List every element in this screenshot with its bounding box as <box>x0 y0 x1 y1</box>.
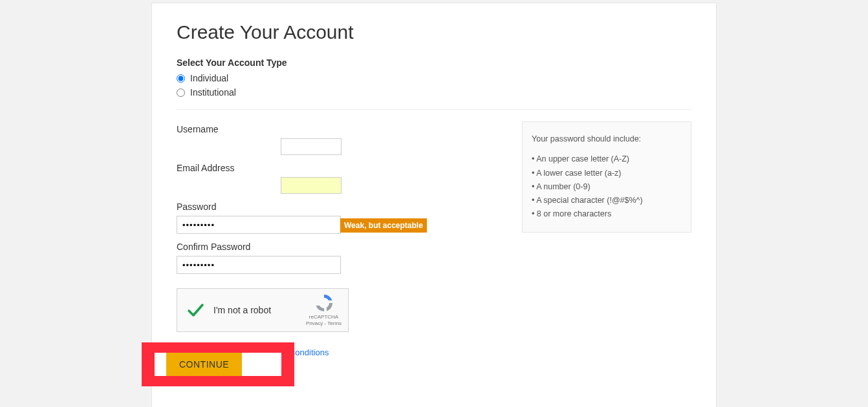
radio-individual-input[interactable] <box>177 74 185 83</box>
username-label: Username <box>177 124 513 134</box>
recaptcha-label: I'm not a robot <box>213 305 271 315</box>
radio-institutional[interactable]: Institutional <box>177 87 691 98</box>
page-title: Create Your Account <box>177 21 691 43</box>
email-input[interactable] <box>281 177 342 194</box>
username-input[interactable] <box>281 138 342 155</box>
account-type-label: Select Your Account Type <box>177 57 691 68</box>
radio-institutional-input[interactable] <box>177 89 185 97</box>
confirm-password-input[interactable] <box>177 256 341 274</box>
password-hint-item: 8 or more characters <box>532 207 682 221</box>
password-input[interactable] <box>177 216 341 234</box>
password-hint-item: A lower case letter (a-z) <box>532 167 682 180</box>
recaptcha-branding: reCAPTCHA Privacy - Terms <box>306 293 342 326</box>
password-hints-box: Your password should include: An upper c… <box>522 121 691 233</box>
password-hint-item: A number (0-9) <box>532 180 682 194</box>
password-hint-item: A special character (!@#$%^) <box>532 194 682 207</box>
recaptcha-logo-icon <box>306 293 342 313</box>
continue-highlight: CONTINUE <box>142 342 294 386</box>
radio-individual[interactable]: Individual <box>177 73 691 83</box>
recaptcha-brand-text: reCAPTCHA <box>306 314 342 320</box>
password-hints-title: Your password should include: <box>532 132 682 146</box>
checkmark-icon <box>186 301 204 319</box>
email-label: Email Address <box>177 163 513 173</box>
radio-individual-label: Individual <box>190 73 228 83</box>
password-hint-item: An upper case letter (A-Z) <box>532 152 682 166</box>
recaptcha-widget[interactable]: I'm not a robot reCAPTCHA Privacy - Term… <box>177 288 349 332</box>
divider <box>177 109 691 110</box>
password-strength-badge: Weak, but acceptable <box>340 218 427 233</box>
confirm-password-label: Confirm Password <box>177 242 513 252</box>
password-label: Password <box>177 202 513 212</box>
continue-button[interactable]: CONTINUE <box>166 353 242 376</box>
radio-institutional-label: Institutional <box>190 87 236 98</box>
recaptcha-legal-text: Privacy - Terms <box>306 320 342 327</box>
